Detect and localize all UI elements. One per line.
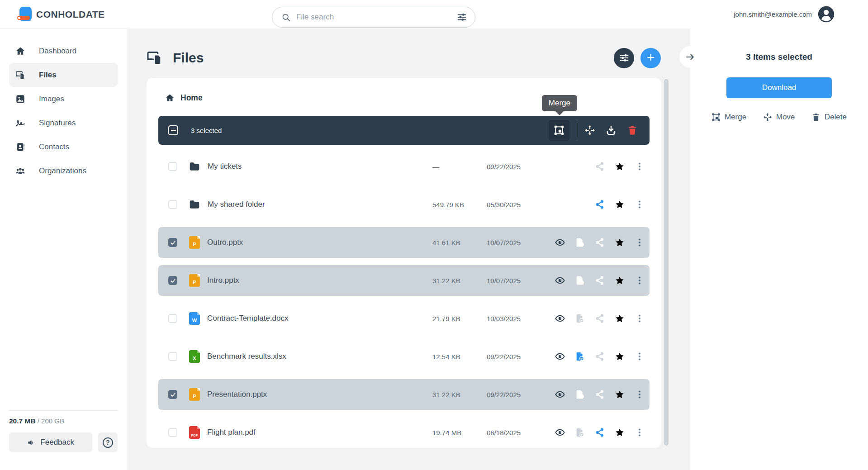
row-checkbox[interactable] (168, 390, 177, 399)
sidebar-item-contacts[interactable]: Contacts (9, 135, 118, 159)
file-date: 10/07/2025 (487, 239, 550, 247)
share-icon[interactable] (590, 423, 610, 442)
star-icon[interactable] (610, 347, 630, 366)
file-name[interactable]: Flight plan.pdf (207, 428, 256, 437)
sidebar-item-files[interactable]: Files (9, 63, 118, 87)
preview-eye-icon[interactable] (550, 233, 570, 252)
file-name[interactable]: My shared folder (208, 200, 265, 209)
file-name[interactable]: Intro.pptx (207, 276, 239, 285)
star-icon[interactable] (610, 423, 630, 442)
kebab-menu-icon[interactable] (630, 385, 650, 404)
search-filter-icon[interactable] (457, 12, 467, 22)
delete-trash-icon[interactable] (627, 125, 638, 136)
row-checkbox[interactable] (168, 314, 177, 323)
kebab-menu-icon[interactable] (630, 347, 650, 366)
merge-button[interactable] (549, 120, 569, 141)
kebab-menu-icon[interactable] (630, 195, 650, 214)
file-check-icon[interactable] (570, 309, 590, 328)
table-row[interactable]: PDF Flight plan.pdf 19.74 MB 06/18/2025 (158, 417, 650, 448)
table-row[interactable]: P Outro.pptx 41.61 KB 10/07/2025 (158, 227, 650, 258)
row-checkbox[interactable] (168, 238, 177, 247)
table-row[interactable]: P Intro.pptx 31.22 KB 10/07/2025 (158, 265, 650, 296)
sidebar-item-dashboard[interactable]: Dashboard (9, 39, 118, 63)
row-checkbox[interactable] (168, 276, 177, 285)
file-name[interactable]: Outro.pptx (207, 238, 243, 247)
kebab-menu-icon[interactable] (630, 157, 650, 176)
row-checkbox[interactable] (168, 162, 177, 171)
download-icon[interactable] (606, 125, 617, 136)
share-icon[interactable] (590, 271, 610, 290)
kebab-menu-icon[interactable] (630, 271, 650, 290)
table-row[interactable]: P Presentation.pptx 31.22 KB 09/22/2025 (158, 379, 650, 410)
table-row[interactable]: My tickets — 09/22/2025 (158, 151, 650, 182)
star-icon[interactable] (610, 309, 630, 328)
breadcrumb-home[interactable]: Home (180, 93, 203, 103)
file-size: 41.61 KB (432, 239, 487, 247)
file-check-icon[interactable] (570, 347, 590, 366)
preview-eye-icon[interactable] (550, 385, 570, 404)
table-row[interactable]: X Benchmark results.xlsx 12.54 KB 09/22/… (158, 341, 650, 372)
kebab-menu-icon[interactable] (630, 233, 650, 252)
docx-file-icon: W (189, 312, 200, 325)
search-input[interactable] (296, 13, 451, 22)
brand-logo[interactable]: CONHOLDATE (0, 7, 127, 22)
file-size: 549.79 KB (432, 201, 487, 209)
feedback-button[interactable]: Feedback (9, 432, 92, 452)
file-name[interactable]: Contract-Template.docx (207, 314, 289, 323)
sidebar-item-images[interactable]: Images (9, 87, 118, 111)
deselect-all-checkbox[interactable] (168, 125, 178, 135)
home-icon (165, 93, 175, 103)
kebab-menu-icon[interactable] (630, 309, 650, 328)
file-check-icon[interactable] (570, 233, 590, 252)
preview-eye-icon[interactable] (550, 271, 570, 290)
star-icon[interactable] (610, 385, 630, 404)
filter-settings-button[interactable] (614, 48, 634, 68)
file-check-icon[interactable] (570, 385, 590, 404)
file-name[interactable]: Benchmark results.xlsx (207, 352, 286, 361)
files-icon (15, 70, 25, 80)
file-date: 05/30/2025 (487, 201, 550, 209)
star-icon[interactable] (610, 157, 630, 176)
panel-delete-action[interactable]: Delete (811, 113, 847, 122)
sidebar-item-signatures[interactable]: Signatures (9, 111, 118, 135)
people-icon (15, 166, 25, 176)
files-card: Home 3 selected Merge (147, 78, 661, 448)
share-icon[interactable] (590, 347, 610, 366)
table-row[interactable]: W Contract-Template.docx 21.79 KB 10/03/… (158, 303, 650, 334)
file-name[interactable]: Presentation.pptx (207, 390, 267, 399)
kebab-menu-icon[interactable] (630, 423, 650, 442)
preview-eye-icon[interactable] (550, 309, 570, 328)
preview-eye-icon[interactable] (550, 423, 570, 442)
file-search-bar[interactable] (272, 7, 475, 28)
star-icon[interactable] (610, 233, 630, 252)
user-avatar[interactable] (818, 6, 835, 23)
merge-icon (554, 125, 564, 136)
panel-merge-action[interactable]: Merge (711, 113, 746, 122)
star-icon[interactable] (610, 271, 630, 290)
scrollbar-thumb[interactable] (664, 79, 669, 446)
file-date: 09/22/2025 (487, 353, 550, 361)
preview-eye-icon[interactable] (550, 347, 570, 366)
add-new-button[interactable]: + (640, 48, 661, 68)
sidebar-item-organizations[interactable]: Organizations (9, 159, 118, 183)
collapse-panel-button[interactable] (679, 46, 701, 68)
move-icon[interactable] (584, 125, 595, 136)
row-checkbox[interactable] (168, 428, 177, 437)
row-checkbox[interactable] (168, 352, 177, 361)
top-header: CONHOLDATE john.smith@example.com (0, 0, 868, 28)
star-icon[interactable] (610, 195, 630, 214)
help-button[interactable]: ? (98, 432, 118, 452)
file-check-icon[interactable] (570, 423, 590, 442)
file-name[interactable]: My tickets (208, 162, 242, 171)
share-icon[interactable] (590, 309, 610, 328)
file-check-icon[interactable] (570, 271, 590, 290)
panel-move-action[interactable]: Move (763, 113, 795, 122)
share-icon[interactable] (590, 385, 610, 404)
share-icon[interactable] (590, 157, 610, 176)
share-icon[interactable] (590, 233, 610, 252)
row-checkbox[interactable] (168, 200, 177, 209)
share-icon[interactable] (590, 195, 610, 214)
contact-card-icon (15, 142, 25, 152)
table-row[interactable]: My shared folder 549.79 KB 05/30/2025 (158, 189, 650, 220)
download-button[interactable]: Download (726, 77, 832, 98)
